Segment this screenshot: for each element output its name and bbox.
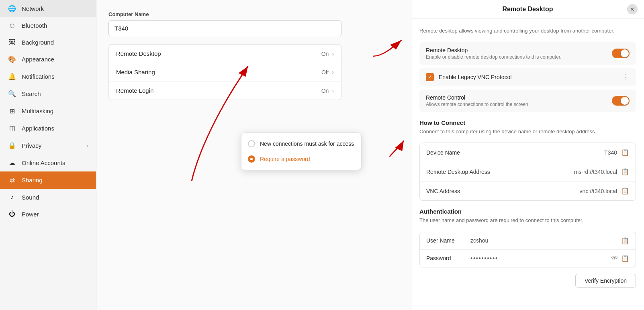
- right-panel-body: Remote desktop allows viewing and contro…: [411, 19, 644, 296]
- sidebar-item-sharing[interactable]: ⇄ Sharing: [0, 171, 96, 189]
- popup-option-ask[interactable]: New connections must ask for access: [241, 136, 361, 151]
- sidebar-label-notifications: Notifications: [22, 73, 55, 80]
- auth-desc: The user name and password are required …: [419, 216, 636, 224]
- remote-desktop-address-copy[interactable]: 📋: [621, 168, 629, 175]
- popup-option-password[interactable]: Require a password: [241, 151, 361, 167]
- notifications-icon: 🔔: [8, 73, 16, 80]
- device-name-row: Device Name T340 📋: [420, 143, 636, 162]
- remote-desktop-row[interactable]: Remote Desktop On ›: [108, 44, 341, 63]
- username-label: User Name: [426, 237, 466, 244]
- device-name-copy[interactable]: 📋: [621, 149, 629, 156]
- right-panel: Remote Desktop ✕ Remote desktop allows v…: [411, 0, 644, 310]
- sidebar-label-multitasking: Multitasking: [22, 108, 53, 114]
- connection-popup: New connections must ask for access Requ…: [241, 133, 362, 170]
- legacy-vnc-label: Enable Legacy VNC Protocol: [439, 74, 622, 80]
- how-to-connect-desc: Connect to this computer using the devic…: [419, 128, 636, 136]
- applications-icon: ◫: [8, 124, 16, 132]
- remote-desktop-toggle-row: Remote Desktop Enable or disable remote …: [419, 42, 636, 65]
- online-accounts-icon: ☁: [8, 159, 16, 167]
- remote-control-toggle-info: Remote Control Allows remote connections…: [426, 94, 612, 107]
- remote-desktop-toggle-info: Remote Desktop Enable or disable remote …: [426, 47, 612, 60]
- right-panel-header: Remote Desktop ✕: [411, 0, 644, 19]
- computer-name-value: T340: [108, 20, 341, 36]
- sidebar-item-privacy[interactable]: 🔒 Privacy ›: [0, 137, 96, 154]
- sidebar-label-background: Background: [22, 39, 54, 46]
- sidebar-item-notifications[interactable]: 🔔 Notifications: [0, 68, 96, 85]
- remote-control-toggle-title: Remote Control: [426, 94, 612, 101]
- remote-desktop-label: Remote Desktop: [116, 50, 321, 57]
- sidebar-item-online-accounts[interactable]: ☁ Online Accounts: [0, 154, 96, 171]
- remote-login-label: Remote Login: [116, 87, 321, 94]
- privacy-chevron: ›: [86, 143, 88, 149]
- username-copy[interactable]: 📋: [621, 237, 629, 245]
- settings-rows-container: Remote Desktop On › Media Sharing Off › …: [108, 44, 341, 100]
- password-value: ••••••••••: [466, 255, 611, 261]
- popup-radio-password[interactable]: [248, 155, 255, 163]
- sharing-icon: ⇄: [8, 176, 16, 184]
- sidebar-item-applications[interactable]: ◫ Applications: [0, 120, 96, 137]
- remote-desktop-toggle-title: Remote Desktop: [426, 47, 612, 53]
- remote-desktop-chevron: ›: [332, 51, 334, 57]
- verify-encryption-button[interactable]: Verify Encryption: [575, 274, 636, 288]
- sidebar-item-bluetooth[interactable]: ⬡ Bluetooth: [0, 17, 96, 34]
- remote-control-toggle-sub: Allows remote connections to control the…: [426, 102, 612, 107]
- sidebar-label-network: Network: [22, 5, 44, 12]
- sidebar-item-multitasking[interactable]: ⊞ Multitasking: [0, 102, 96, 120]
- remote-desktop-address-label: Remote Desktop Address: [426, 169, 574, 175]
- appearance-icon: 🎨: [8, 55, 16, 63]
- sidebar-label-power: Power: [22, 211, 39, 218]
- media-sharing-label: Media Sharing: [116, 69, 321, 75]
- sidebar-label-online-accounts: Online Accounts: [22, 159, 65, 166]
- sidebar-item-sound[interactable]: ♪ Sound: [0, 189, 96, 206]
- remote-login-chevron: ›: [332, 88, 334, 94]
- remote-desktop-address-value: ms-rd://t340.local: [574, 169, 617, 175]
- close-button[interactable]: ✕: [627, 4, 638, 14]
- popup-option-password-label: Require a password: [260, 156, 310, 162]
- sidebar-item-power[interactable]: ⏻ Power: [0, 206, 96, 222]
- auth-title: Authentication: [419, 208, 636, 215]
- remote-login-row[interactable]: Remote Login On ›: [108, 81, 341, 100]
- remote-desktop-status: On: [321, 51, 329, 57]
- remote-login-status: On: [321, 88, 329, 94]
- sidebar-item-background[interactable]: 🖼 Background: [0, 34, 96, 51]
- bluetooth-icon: ⬡: [8, 22, 16, 29]
- auth-section: User Name zcshou 📋 Password •••••••••• 👁…: [419, 232, 636, 267]
- legacy-vnc-menu[interactable]: ⋮: [622, 73, 630, 82]
- remote-desktop-address-row: Remote Desktop Address ms-rd://t340.loca…: [420, 162, 636, 182]
- remote-desktop-toggle[interactable]: [612, 49, 630, 58]
- username-actions: 📋: [621, 237, 629, 245]
- password-actions: 👁 📋: [611, 255, 629, 262]
- legacy-vnc-checkbox[interactable]: ✓: [426, 73, 434, 81]
- password-copy[interactable]: 📋: [621, 255, 629, 262]
- right-panel-title: Remote Desktop: [502, 6, 553, 13]
- legacy-vnc-row: ✓ Enable Legacy VNC Protocol ⋮: [419, 68, 636, 86]
- how-to-connect-info: Device Name T340 📋 Remote Desktop Addres…: [419, 143, 636, 201]
- how-to-connect-title: How to Connect: [419, 119, 636, 126]
- multitasking-icon: ⊞: [8, 107, 16, 115]
- sidebar-item-search[interactable]: 🔍 Search: [0, 85, 96, 102]
- vnc-address-label: VNC Address: [426, 188, 580, 194]
- media-sharing-status: Off: [321, 69, 329, 75]
- sidebar-item-appearance[interactable]: 🎨 Appearance: [0, 51, 96, 68]
- sidebar-label-applications: Applications: [22, 125, 54, 132]
- password-eye-icon[interactable]: 👁: [611, 255, 618, 262]
- computer-name-label: Computer Name: [108, 11, 399, 17]
- power-icon: ⏻: [8, 210, 16, 218]
- popup-option-ask-label: New connections must ask for access: [260, 141, 354, 147]
- vnc-address-copy[interactable]: 📋: [621, 187, 629, 195]
- sidebar: 🌐 Network ⬡ Bluetooth 🖼 Background 🎨 App…: [0, 0, 96, 310]
- remote-control-toggle[interactable]: [612, 96, 630, 106]
- remote-desktop-toggle-sub: Enable or disable remote desktop connect…: [426, 54, 612, 60]
- media-sharing-chevron: ›: [332, 69, 334, 75]
- sidebar-label-sound: Sound: [22, 194, 39, 201]
- privacy-icon: 🔒: [8, 142, 16, 149]
- media-sharing-row[interactable]: Media Sharing Off ›: [108, 63, 341, 81]
- popup-radio-ask[interactable]: [248, 140, 255, 147]
- sidebar-item-network[interactable]: 🌐 Network: [0, 0, 96, 17]
- vnc-address-row: VNC Address vnc://t340.local 📋: [420, 182, 636, 200]
- sound-icon: ♪: [8, 194, 16, 201]
- password-label: Password: [426, 255, 466, 261]
- vnc-address-value: vnc://t340.local: [580, 188, 617, 194]
- sidebar-label-sharing: Sharing: [22, 177, 43, 184]
- remote-control-toggle-row: Remote Control Allows remote connections…: [419, 90, 636, 112]
